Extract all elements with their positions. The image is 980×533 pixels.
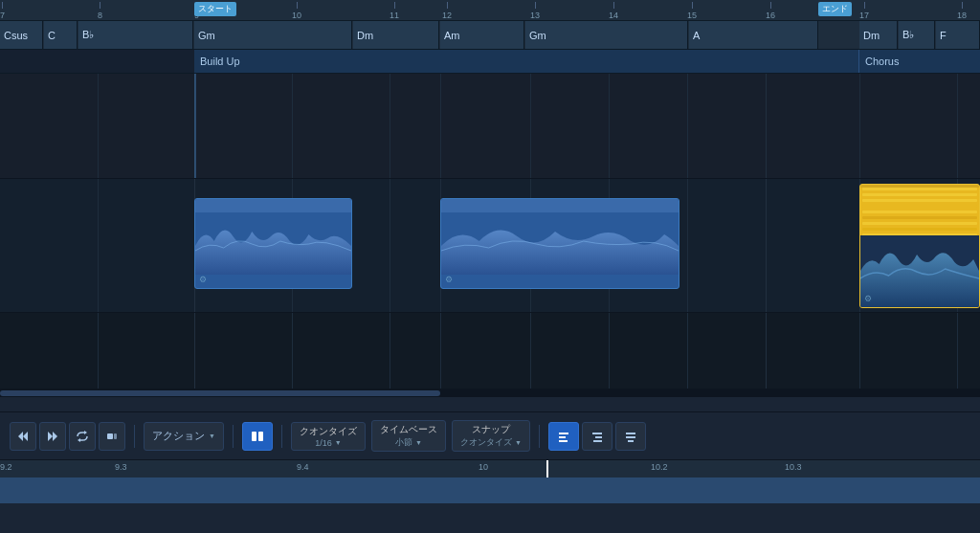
chord-cell[interactable]: Am — [440, 21, 524, 49]
ruler-tick-line — [535, 2, 536, 9]
ruler-tick-label: 12 — [442, 11, 452, 20]
svg-rect-15 — [595, 436, 602, 438]
ruler-tick-label: 11 — [390, 11, 399, 20]
ruler-tick-line — [394, 2, 395, 9]
svg-rect-8 — [114, 433, 117, 439]
ruler-tick: 16 — [766, 0, 775, 20]
skip-forward-button[interactable] — [39, 422, 66, 451]
ruler-tick-line — [962, 2, 963, 9]
right-toolbar-group — [548, 422, 646, 451]
timebase-bottom-label: 小節 ▼ — [395, 436, 422, 449]
ruler-tick: 11 — [390, 0, 399, 20]
chord-cell[interactable]: Dm — [859, 21, 898, 49]
svg-marker-3 — [48, 432, 53, 441]
chord-cell[interactable]: C — [44, 21, 78, 49]
position-tick: 9.3 — [115, 462, 127, 472]
position-tick: 9.2 — [0, 462, 12, 472]
quantize-arrow: ▼ — [335, 439, 342, 446]
section-chorus[interactable]: Chorus — [859, 50, 980, 73]
chord-cell[interactable]: B♭ — [78, 21, 193, 49]
audio-clip-3[interactable]: ⚙ — [859, 184, 980, 308]
clip-gear-3: ⚙ — [864, 294, 872, 303]
divider-3 — [281, 425, 282, 448]
ruler-tick: 15 — [687, 0, 697, 20]
track-row-1 — [0, 74, 980, 179]
ruler-tick-line — [613, 2, 614, 9]
section-buildup[interactable]: Build Up — [194, 50, 859, 73]
ruler-tick-line — [297, 2, 298, 9]
svg-marker-2 — [23, 432, 28, 441]
position-tick: 10.2 — [651, 462, 668, 472]
position-tick: 10.3 — [785, 462, 802, 472]
position-blue-bar[interactable] — [0, 477, 980, 503]
snap-bottom-label: クオンタイズ ▼ — [460, 436, 522, 449]
ruler-tick-label: 13 — [530, 11, 540, 20]
ruler: スタート エンド 7 8 9 10 11 12 13 14 — [0, 0, 980, 21]
ruler-tick: 18 — [957, 0, 967, 20]
clip-gear-1: ⚙ — [199, 275, 207, 284]
chord-cell[interactable]: F — [936, 21, 980, 49]
svg-rect-7 — [107, 433, 113, 439]
timebase-top-label: タイムベース — [380, 423, 437, 436]
track-row-3 — [0, 313, 980, 389]
svg-marker-5 — [84, 431, 87, 434]
svg-rect-13 — [559, 440, 568, 442]
svg-marker-6 — [78, 438, 80, 442]
position-bar: 9.29.39.41010.210.3 — [0, 459, 980, 502]
skip-back-button[interactable] — [10, 422, 36, 451]
ruler-tick: 13 — [530, 0, 540, 20]
chord-cell[interactable]: Csus — [0, 21, 43, 49]
chord-cell[interactable]: Gm — [525, 21, 688, 49]
ruler-tick-line — [692, 2, 693, 9]
record-button[interactable] — [99, 422, 125, 451]
audio-clip-1[interactable]: ⚙ — [194, 198, 352, 289]
ruler-tick: 14 — [609, 0, 618, 20]
ruler-tick-line — [447, 2, 448, 9]
ruler-tick: 17 — [859, 0, 869, 20]
ruler-tick: 8 — [98, 0, 102, 20]
transport-group — [10, 422, 125, 451]
ruler-tick: 7 — [0, 0, 5, 20]
loop-button[interactable] — [69, 422, 96, 451]
position-ruler: 9.29.39.41010.210.3 — [0, 460, 980, 477]
toolbar: アクション ▼ クオンタイズ 1/16 ▼ タイムベース 小節 ▼ スナップ ク… — [0, 411, 980, 459]
marker-end[interactable]: エンド — [818, 2, 852, 16]
svg-rect-16 — [593, 440, 602, 442]
svg-marker-1 — [18, 432, 23, 441]
position-tick: 10 — [479, 462, 488, 472]
ruler-tick-label: 8 — [98, 11, 102, 20]
timebase-arrow: ▼ — [415, 439, 422, 446]
ruler-tick-label: 18 — [957, 11, 967, 20]
audio-clip-2[interactable]: ⚙ — [440, 198, 679, 289]
mode-button[interactable] — [242, 422, 273, 451]
scrollbar[interactable] — [0, 389, 980, 397]
svg-marker-4 — [53, 432, 57, 441]
quantize-group[interactable]: クオンタイズ 1/16 ▼ — [291, 422, 366, 451]
ruler-tick-label: 15 — [687, 11, 697, 20]
snap-top-label: スナップ — [472, 423, 510, 436]
align-left-button[interactable] — [548, 422, 579, 451]
divider-2 — [233, 425, 234, 448]
position-tick: 9.4 — [297, 462, 309, 472]
align-center-button[interactable] — [615, 422, 646, 451]
track-area: ⚙ ⚙ — [0, 74, 980, 389]
chord-cell[interactable]: Gm — [194, 21, 352, 49]
timebase-group[interactable]: タイムベース 小節 ▼ — [371, 420, 446, 452]
marker-start[interactable]: スタート — [194, 2, 236, 16]
chord-cell[interactable]: A — [689, 21, 818, 49]
chord-cell[interactable]: B♭ — [899, 21, 935, 49]
align-right-button[interactable] — [582, 422, 612, 451]
snap-arrow: ▼ — [515, 439, 522, 446]
section-row: Build Up Chorus — [0, 50, 980, 74]
chord-cell[interactable]: Dm — [353, 21, 439, 49]
ruler-tick: 10 — [292, 0, 301, 20]
svg-rect-9 — [252, 432, 256, 441]
action-button[interactable]: アクション ▼ — [144, 422, 224, 451]
svg-rect-12 — [559, 436, 566, 438]
ruler-tick: 12 — [442, 0, 452, 20]
ruler-tick-label: 10 — [292, 11, 301, 20]
snap-group[interactable]: スナップ クオンタイズ ▼ — [452, 420, 530, 452]
ruler-tick-line — [2, 2, 3, 9]
quantize-bottom-label: 1/16 ▼ — [315, 438, 341, 448]
scrollbar-thumb[interactable] — [0, 390, 440, 396]
